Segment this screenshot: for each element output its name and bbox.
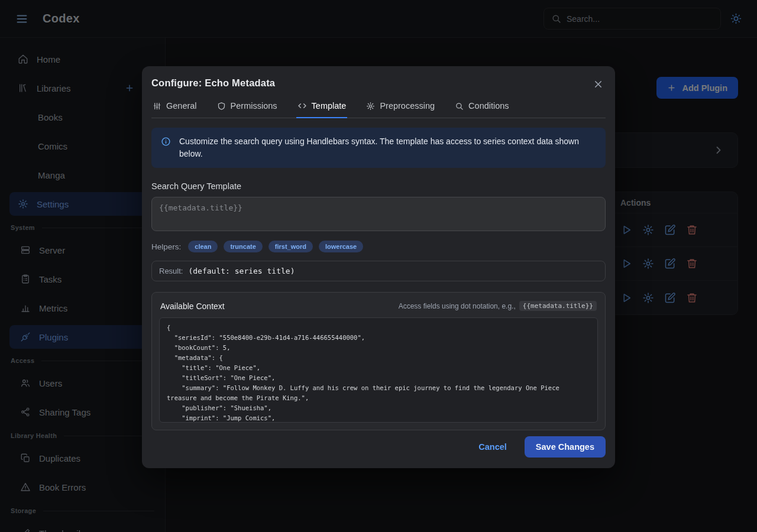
gear-icon xyxy=(366,102,375,111)
available-context-title: Available Context xyxy=(160,301,225,311)
cancel-button[interactable]: Cancel xyxy=(478,442,507,452)
query-template-label: Search Query Template xyxy=(151,181,606,191)
result-label: Result: xyxy=(159,267,183,275)
close-icon[interactable] xyxy=(591,77,605,91)
context-json-block: { "seriesId": "550e8400-e29b-41d4-a716-4… xyxy=(159,317,598,423)
info-banner-text: Customize the search query using Handleb… xyxy=(179,135,596,160)
helper-badge-truncate[interactable]: truncate xyxy=(224,241,262,252)
helper-badge-lowercase[interactable]: lowercase xyxy=(319,241,363,252)
search-icon xyxy=(455,102,464,111)
modal-footer: Cancel Save Changes xyxy=(478,436,606,458)
query-template-input[interactable] xyxy=(151,197,606,231)
helpers-row: Helpers: clean truncate first_word lower… xyxy=(151,241,606,252)
modal-tabs: General Permissions Template Preprocessi… xyxy=(151,100,606,118)
helpers-label: Helpers: xyxy=(151,242,181,251)
code-icon xyxy=(297,101,307,111)
tab-conditions[interactable]: Conditions xyxy=(454,100,510,118)
modal-body: Customize the search query using Handleb… xyxy=(142,118,615,468)
hint-code-chip: {{metadata.title}} xyxy=(519,301,597,311)
info-icon xyxy=(161,137,171,160)
tab-template[interactable]: Template xyxy=(296,100,348,118)
result-value: (default: series title) xyxy=(188,267,295,275)
context-json-text: { "seriesId": "550e8400-e29b-41d4-a716-4… xyxy=(167,323,590,423)
modal-title: Configure: Echo Metadata xyxy=(151,77,275,88)
result-preview: Result: (default: series title) xyxy=(151,261,606,281)
sliders-icon xyxy=(153,102,161,111)
tab-preprocessing[interactable]: Preprocessing xyxy=(365,100,436,118)
save-changes-button[interactable]: Save Changes xyxy=(525,436,606,458)
helper-badge-first-word[interactable]: first_word xyxy=(268,241,313,252)
available-context-panel: Available Context Access fields using do… xyxy=(151,292,606,430)
tab-permissions[interactable]: Permissions xyxy=(216,100,279,118)
tab-general[interactable]: General xyxy=(151,100,198,118)
modal-header: Configure: Echo Metadata xyxy=(142,66,615,96)
info-banner: Customize the search query using Handleb… xyxy=(151,128,606,168)
helper-badge-clean[interactable]: clean xyxy=(188,241,218,252)
shield-icon xyxy=(217,102,226,111)
configure-plugin-modal: Configure: Echo Metadata General Permiss… xyxy=(142,66,615,468)
dot-notation-hint: Access fields using dot notation, e.g., … xyxy=(399,301,597,311)
